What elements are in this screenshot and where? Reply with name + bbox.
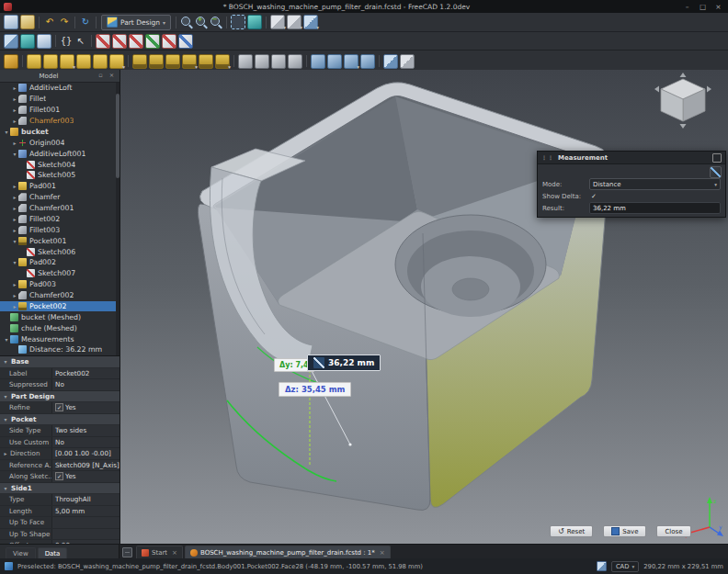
redo-icon[interactable]: ↷ — [58, 16, 71, 28]
expander-closed-icon[interactable]: ▸ — [11, 183, 18, 189]
edit-sketch-icon[interactable] — [112, 34, 127, 49]
draw-style-icon[interactable]: ▾ — [270, 15, 285, 29]
checkbox-checked-icon[interactable]: ✓ — [55, 472, 63, 480]
tree-item-pocket002[interactable]: ▸Pocket002 — [0, 301, 119, 312]
minimize-button[interactable]: – — [681, 3, 693, 11]
property-value[interactable]: ThroughAll — [52, 494, 119, 505]
box-selection-icon[interactable] — [231, 15, 245, 29]
validate-sketch-icon[interactable] — [145, 34, 160, 49]
expander-closed-icon[interactable]: ▸ — [11, 96, 18, 102]
checkbox-checked-icon[interactable]: ✓ — [55, 403, 63, 411]
property-value[interactable] — [52, 529, 119, 540]
save-button[interactable]: Save — [603, 525, 646, 537]
property-value[interactable]: Pocket002 — [52, 368, 119, 379]
new-document-icon[interactable] — [4, 15, 18, 29]
tree-item-pad001[interactable]: ▸Pad001 — [0, 181, 119, 192]
expander-closed-icon[interactable]: ▸ — [11, 205, 18, 211]
property-value[interactable]: Sketch009 [N_Axis] — [52, 460, 119, 471]
tree-item-chamfer002[interactable]: ▸Chamfer002 — [0, 290, 119, 301]
document-tab-start[interactable]: Start× — [136, 546, 183, 559]
tree-item-sketch004[interactable]: Sketch004 — [0, 159, 119, 170]
show-delta-checkbox[interactable]: ✓ — [589, 193, 597, 200]
groove-icon[interactable] — [165, 54, 180, 69]
expander-closed-icon[interactable]: ▸ — [11, 140, 18, 146]
mirrored-icon[interactable] — [311, 54, 325, 69]
additive-loft-icon[interactable]: ▾ — [60, 54, 74, 69]
draft-tool-icon[interactable] — [271, 54, 286, 69]
mode-dropdown[interactable]: Distance ▾ — [589, 178, 721, 190]
reset-button[interactable]: ↺ Reset — [550, 525, 593, 537]
document-tab-bosch-washing-machine-pu[interactable]: BOSCH_washing_machine_pump_filter_drain.… — [185, 546, 391, 559]
expression-editor-icon[interactable]: {} — [60, 35, 73, 48]
hole-icon[interactable] — [149, 54, 164, 69]
tree-item-bucket[interactable]: ▾bucket — [0, 127, 119, 138]
undo-icon[interactable]: ↶ — [43, 16, 56, 28]
tree-item-fillet[interactable]: ▸Fillet — [0, 94, 119, 105]
migrate-icon[interactable] — [400, 54, 415, 69]
pad-icon[interactable] — [27, 54, 41, 69]
chamfer-tool-icon[interactable] — [255, 54, 269, 69]
tree-item-origin004[interactable]: ▸Origin004 — [0, 137, 119, 148]
close-tab-icon[interactable]: × — [380, 549, 385, 557]
tree-item-chamfer003[interactable]: ▸Chamfer003 — [0, 116, 119, 127]
close-button[interactable]: × — [712, 3, 724, 11]
tree-item-pad002[interactable]: ▾Pad002 — [0, 257, 119, 268]
tree-scrollbar[interactable] — [116, 83, 119, 355]
expander-open-icon[interactable]: ▾ — [3, 336, 10, 343]
std-views-icon[interactable]: ▾ — [287, 15, 301, 29]
expander-closed-icon[interactable]: ▸ — [11, 292, 18, 298]
tree-item-additiveloft[interactable]: ▸AdditiveLoft — [0, 83, 119, 94]
property-value[interactable]: [0.00 1.00 -0.00] — [52, 448, 119, 459]
tree-item-sketch005[interactable]: Sketch005 — [0, 170, 119, 181]
property-value[interactable]: No — [52, 379, 119, 390]
pocket-icon[interactable] — [132, 54, 147, 69]
tree-item-measurements[interactable]: ▾Measurements — [0, 333, 119, 344]
tab-list-icon[interactable] — [122, 547, 132, 557]
overlay-toggle-icon[interactable] — [4, 34, 18, 49]
tree-item-sketch006[interactable]: Sketch006 — [0, 246, 119, 257]
refresh-icon[interactable]: ↻ — [79, 16, 92, 28]
rotation-mode-icon[interactable]: ▾ — [303, 15, 318, 29]
3d-model-canvas[interactable] — [119, 70, 728, 544]
expander-closed-icon[interactable]: ▸ — [11, 281, 18, 287]
tree-scrollbar-thumb[interactable] — [116, 94, 119, 178]
annotation-tool-icon[interactable] — [710, 166, 722, 178]
tree-item-sketch007[interactable]: Sketch007 — [0, 268, 119, 279]
expander-closed-icon[interactable]: ▸ — [2, 450, 9, 456]
additive-primitive-icon[interactable]: ▾ — [109, 54, 124, 69]
revolution-icon[interactable] — [43, 54, 58, 69]
subtractive-primitive-icon[interactable]: ▾ — [215, 54, 230, 69]
property-value[interactable]: Two sides — [52, 425, 119, 436]
expander-closed-icon[interactable]: ▸ — [11, 194, 18, 200]
navigation-cube[interactable] — [653, 72, 715, 134]
additive-helix-icon[interactable] — [93, 54, 108, 69]
property-group-base[interactable]: ▾Base — [0, 356, 119, 368]
property-group-part-design[interactable]: ▾Part Design — [0, 391, 119, 403]
part-document-icon[interactable] — [37, 34, 51, 49]
property-value[interactable]: ✓Yes — [52, 471, 119, 482]
measure-icon[interactable] — [247, 15, 262, 29]
tree-item-distance-36-22-mm[interactable]: Distance: 36.22 mm — [0, 344, 119, 355]
subtractive-loft-icon[interactable]: ▾ — [182, 54, 197, 69]
fit-all-icon[interactable] — [180, 16, 193, 28]
expander-open-icon[interactable]: ▾ — [11, 259, 18, 265]
property-group-side1[interactable]: ▾Side1 — [0, 483, 119, 495]
expander-closed-icon[interactable]: ▸ — [11, 303, 18, 310]
property-value[interactable]: No — [52, 437, 119, 448]
expander-open-icon[interactable]: ▾ — [11, 238, 18, 244]
sketch-section-view-icon[interactable] — [178, 34, 193, 49]
expander-closed-icon[interactable]: ▸ — [11, 227, 18, 233]
tree-item-fillet001[interactable]: ▸Fillet001 — [0, 105, 119, 116]
panel-float-icon[interactable]: ▫ — [97, 72, 105, 80]
additive-pipe-icon[interactable] — [76, 54, 91, 69]
tree-item-fillet002[interactable]: ▸Fillet002 — [0, 214, 119, 225]
property-value[interactable]: ✓Yes — [52, 402, 119, 413]
expander-closed-icon[interactable]: ▸ — [11, 118, 18, 124]
tree-item-additiveloft001[interactable]: ▾AdditiveLoft001 — [0, 148, 119, 159]
property-group-pocket[interactable]: ▾Pocket — [0, 414, 119, 426]
tree-item-pad003[interactable]: ▸Pad003 — [0, 279, 119, 290]
merge-sketches-icon[interactable] — [162, 34, 176, 49]
nav-style-dropdown[interactable]: CAD ▾ — [611, 561, 639, 572]
close-tab-icon[interactable]: × — [172, 549, 177, 557]
dock-dialog-icon[interactable] — [712, 153, 722, 163]
